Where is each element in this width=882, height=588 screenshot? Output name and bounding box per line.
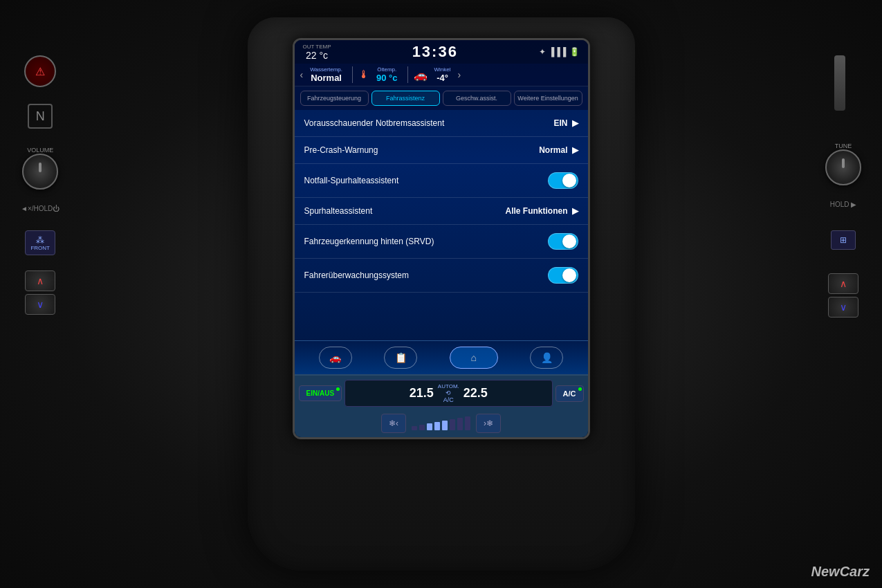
user-nav-icon: 👤	[541, 352, 553, 363]
left-hardware-controls: ⚠ N VOLUME ◄×/HOLD⏻ ⁂ FRONT ∧ ∨	[21, 55, 59, 315]
tab-geschw[interactable]: Geschw.assist.	[443, 91, 511, 106]
fan-bar-8	[465, 416, 470, 430]
tab-fahrzeugsteuerung[interactable]: Fahrzeugsteuerung	[300, 91, 369, 106]
fan-bar-6	[450, 419, 455, 430]
climate-center-display: 21.5 AUTOM. ⟲ A/C 22.5	[344, 380, 552, 407]
nav-car-button[interactable]: 🚗	[319, 347, 352, 369]
next-arrow[interactable]: ›	[458, 69, 461, 80]
bottom-nav: 🚗 📋 ⌂ 👤	[295, 340, 588, 374]
wasser-section: Wassertemp. Normal	[306, 66, 347, 83]
info-divider-1	[352, 66, 353, 83]
toggle-srvd[interactable]	[548, 233, 578, 250]
down-arrow-button[interactable]: ∨	[25, 294, 55, 315]
arrow-notbrems: ▶	[572, 118, 578, 128]
fan-bar-5	[442, 421, 448, 430]
fan-left-button[interactable]: ❄‹	[381, 414, 406, 433]
clipboard-nav-icon: 📋	[395, 352, 407, 363]
toggle-fahrer-ueberwachung[interactable]	[548, 267, 578, 284]
fan-bar-1	[412, 426, 417, 430]
usb-slot	[834, 55, 845, 111]
up-arrow-button[interactable]: ∧	[25, 270, 55, 291]
car-background: ⚠ N VOLUME ◄×/HOLD⏻ ⁂ FRONT ∧ ∨ TUNE HOL…	[0, 0, 882, 588]
screen-bezel: OUT TEMP 22 °c 13:36 ✦ ▐▐▐ 🔋 ‹ Wassertem…	[293, 38, 590, 439]
fan-bar-7	[457, 418, 463, 430]
volume-label: VOLUME	[22, 147, 58, 154]
status-bar: OUT TEMP 22 °c 13:36 ✦ ▐▐▐ 🔋	[295, 40, 588, 64]
fan-icon: ⟲	[445, 389, 451, 396]
setting-fahrer-ueberwachung[interactable]: Fahrerüberwachungssystem	[295, 259, 588, 293]
arrow-spurhalte: ▶	[572, 206, 578, 216]
temp-right-display: 22.5	[463, 386, 488, 401]
mute-label[interactable]: ◄×/HOLD⏻	[21, 205, 59, 212]
fan-bar-2	[419, 425, 425, 430]
nav-clipboard-button[interactable]: 📋	[384, 347, 417, 369]
watermark: NewCarz	[811, 564, 870, 580]
toggle-notfall-spurhalte[interactable]	[548, 172, 578, 189]
ein-aus-indicator	[336, 387, 340, 391]
front-defroster-button[interactable]: ⁂ FRONT	[25, 230, 55, 255]
fan-bar: ❄‹ ›❄	[295, 411, 588, 437]
right-up-arrow-button[interactable]: ∧	[828, 273, 858, 294]
battery-icon: 🔋	[569, 47, 580, 57]
arrow-precrash: ▶	[572, 145, 578, 155]
nav-user-button[interactable]: 👤	[530, 347, 563, 369]
bluetooth-icon: ✦	[539, 47, 546, 57]
setting-notfall-spurhalte[interactable]: Notfall-Spurhalteassistent	[295, 164, 588, 198]
prev-arrow[interactable]: ‹	[300, 69, 304, 80]
setting-notbremsassistent[interactable]: Vorausschauender Notbremsassistent EIN ▶	[295, 110, 588, 137]
angle-icon: 🚗	[414, 68, 428, 82]
tab-bar: Fahrzeugsteuerung Fahrassistenz Geschw.a…	[295, 86, 588, 110]
status-icons: ✦ ▐▐▐ 🔋	[539, 47, 580, 57]
climate-bar: EIN/AUS 21.5 AUTOM. ⟲ A/C 22.5 A/C	[295, 374, 588, 411]
tab-weitere[interactable]: Weitere Einstellungen	[514, 91, 582, 106]
setting-srvd[interactable]: Fahrzeugerkennung hinten (SRVD)	[295, 225, 588, 259]
hazard-button[interactable]: ⚠	[24, 55, 56, 87]
fan-bar-4	[434, 422, 440, 430]
setting-spurhalte[interactable]: Spurhalteassistent Alle Funktionen ▶	[295, 198, 588, 225]
clock-display: 13:36	[412, 43, 458, 61]
info-bar: ‹ Wassertemp. Normal 🌡 Öltemp. 90 °c 🚗 W…	[295, 64, 588, 86]
right-down-arrow-button[interactable]: ∨	[828, 297, 858, 318]
ac-button[interactable]: A/C	[555, 385, 584, 402]
console-surround: OUT TEMP 22 °c 13:36 ✦ ▐▐▐ 🔋 ‹ Wassertem…	[248, 17, 635, 571]
nfc-icon: N	[28, 104, 53, 129]
temp-left-display: 21.5	[410, 386, 434, 401]
info-divider-2	[407, 66, 408, 83]
setting-pre-crash[interactable]: Pre-Crash-Warnung Normal ▶	[295, 137, 588, 164]
main-screen: OUT TEMP 22 °c 13:36 ✦ ▐▐▐ 🔋 ‹ Wassertem…	[295, 40, 588, 437]
tab-fahrassistenz[interactable]: Fahrassistenz	[371, 91, 440, 106]
winkel-section: Winkel -4°	[430, 66, 455, 83]
fan-level-display	[412, 416, 470, 430]
fan-right-button[interactable]: ›❄	[476, 414, 501, 433]
home-nav-icon: ⌂	[471, 352, 477, 363]
right-hardware-controls: TUNE HOLD ▶ ⊞ ∧ ∨	[825, 55, 861, 318]
signal-icon: ▐▐▐	[549, 47, 567, 57]
out-temp-display: OUT TEMP 22 °c	[303, 44, 331, 61]
media-button[interactable]: ⊞	[831, 230, 856, 250]
tune-label: TUNE	[825, 143, 861, 149]
nav-home-button[interactable]: ⌂	[450, 347, 498, 369]
climate-mode-icons: AUTOM. ⟲ A/C	[438, 383, 459, 403]
hold-label[interactable]: HOLD ▶	[830, 201, 857, 208]
oil-temp-icon: 🌡	[358, 68, 369, 81]
ac-indicator	[578, 387, 582, 391]
volume-knob[interactable]	[22, 154, 58, 190]
oel-section: Öltemp. 90 °c	[372, 66, 402, 83]
tune-knob[interactable]	[825, 149, 861, 185]
car-nav-icon: 🚗	[329, 352, 341, 363]
ein-aus-button[interactable]: EIN/AUS	[299, 385, 342, 401]
fan-bar-3	[427, 423, 432, 430]
settings-list: Vorausschauender Notbremsassistent EIN ▶…	[295, 110, 588, 340]
